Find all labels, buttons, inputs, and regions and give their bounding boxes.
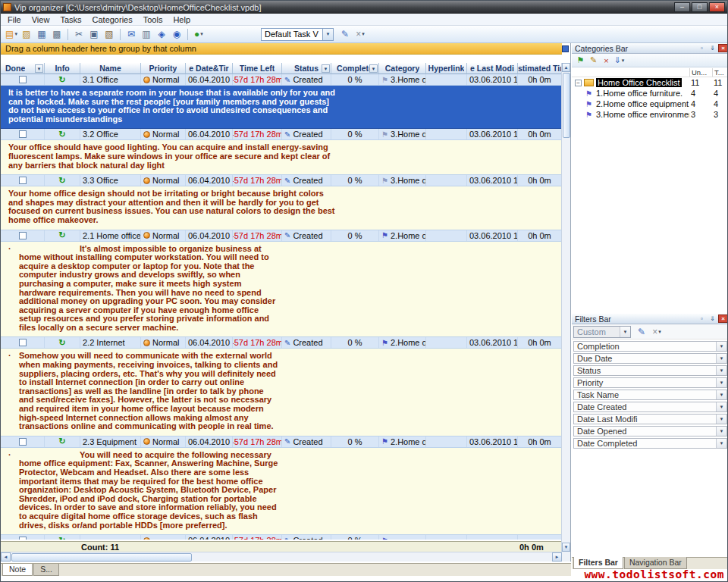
tab-navigation-bar[interactable]: Navigation Bar (624, 557, 687, 569)
dropdown-arrow-icon[interactable]: ▾ (362, 31, 365, 37)
delete-category-icon[interactable]: × (600, 55, 613, 67)
category-tree-item[interactable]: −Home Office Checklist1111 (572, 77, 728, 88)
dropdown-arrow-icon[interactable]: ▾ (14, 31, 17, 37)
filter-dropdown-icon[interactable]: ▼ (322, 64, 330, 73)
task-row[interactable]: ↻2.3 EquipmentNormal06.04.2010-57d 17h 2… (1, 436, 562, 448)
task-note[interactable]: ·You will need to acquire the following … (1, 448, 562, 535)
task-note[interactable]: Your home office design should not be ir… (1, 186, 562, 230)
column-header-priority[interactable]: Priority (141, 63, 186, 74)
column-header-e-last-modi[interactable]: e Last Modi (467, 63, 518, 74)
task-note[interactable]: ·It's almost impossible to organize busi… (1, 242, 562, 338)
menu-item-tools[interactable]: Tools (138, 14, 168, 25)
scroll-up-icon[interactable]: ▲ (562, 63, 570, 72)
edit-views-icon[interactable]: ✎ (338, 27, 352, 41)
filter-dropdown-icon[interactable]: ▼ (716, 390, 726, 399)
menu-item-help[interactable]: Help (168, 14, 196, 25)
scroll-right-icon[interactable]: ► (552, 552, 562, 562)
tab-filters-bar[interactable]: Filters Bar (573, 557, 623, 569)
edit-category-icon[interactable]: ✎ (587, 55, 600, 67)
task-row[interactable]: ↻3.3 OfficeNormal06.04.2010-57d 17h 28m✎… (1, 175, 562, 186)
column-header-done[interactable]: Done▼ (1, 63, 45, 74)
default-task-combo[interactable]: Default Task V ▼ (261, 28, 334, 41)
new-task-icon[interactable]: ▤▾ (5, 27, 18, 41)
column-header-complete[interactable]: Complete▼ (331, 63, 379, 74)
filter-row-date-created[interactable]: Date Created▼ (573, 402, 727, 412)
filter-row-status[interactable]: Status▼ (573, 365, 727, 376)
column-header-time-left[interactable]: Time Left (233, 63, 282, 74)
filter-row-date-completed[interactable]: Date Completed▼ (573, 438, 727, 449)
filter-row-due-date[interactable]: Due Date▼ (573, 353, 727, 364)
open-database-icon[interactable]: ▨ (20, 27, 33, 41)
category-tree-item[interactable]: ⚑2.Home office equipment.44 (572, 99, 728, 109)
tree-column-unfinished[interactable]: Un... (689, 68, 712, 77)
tree-expander-icon[interactable]: − (575, 80, 582, 86)
edit-filter-icon[interactable]: ✎ (635, 325, 648, 339)
filter-row-date-opened[interactable]: Date Opened▼ (573, 426, 727, 436)
done-checkbox[interactable] (19, 76, 27, 83)
done-checkbox[interactable] (19, 438, 27, 446)
category-tree-item[interactable]: ⚑3.Home office environmen33 (572, 109, 728, 120)
filter-dropdown-icon[interactable]: ▼ (716, 439, 726, 448)
customize-columns-button[interactable] (562, 45, 569, 52)
dropdown-arrow-icon[interactable]: ▾ (622, 58, 625, 64)
minimize-button[interactable]: – (674, 2, 690, 12)
panel-float-icon[interactable]: ▫ (697, 314, 707, 323)
horizontal-scrollbar[interactable]: ◄ ► (1, 552, 562, 562)
clear-filter-icon[interactable]: ×▾ (650, 325, 664, 339)
filter-row-date-last-modifi[interactable]: Date Last Modifi▼ (573, 414, 727, 424)
menu-item-file[interactable]: File (2, 14, 27, 25)
filter-row-completion[interactable]: Completion▼ (573, 341, 727, 352)
task-note[interactable]: It is better to have a separate room in … (1, 86, 562, 129)
scroll-left-icon[interactable]: ◄ (1, 552, 11, 562)
tree-column-total[interactable]: T... (712, 68, 728, 77)
web-icon[interactable]: ◉ (170, 27, 184, 41)
column-header-info[interactable]: Info (45, 63, 80, 74)
task-row[interactable]: ↻2.2 InternetNormal06.04.2010-57d 17h 28… (1, 337, 562, 349)
horizontal-scroll-thumb[interactable] (11, 553, 192, 562)
filter-dropdown-icon[interactable]: ▼ (716, 415, 726, 424)
print-icon[interactable]: ▩ (50, 27, 64, 41)
task-row[interactable]: ↻3.2 OfficeNormal06.04.2010-57d 17h 28m✎… (1, 129, 562, 140)
menu-item-categories[interactable]: Categories (87, 14, 138, 25)
filter-dropdown-icon[interactable]: ▼ (716, 366, 726, 375)
filter-dropdown-icon[interactable]: ▼ (716, 342, 726, 351)
new-category-icon[interactable]: ⚑ (574, 55, 587, 67)
filter-dropdown-icon[interactable]: ▼ (369, 64, 378, 73)
vertical-scrollbar[interactable]: ▲ ▼ (561, 63, 570, 552)
menu-item-view[interactable]: View (27, 14, 55, 25)
scroll-down-icon[interactable]: ▼ (562, 543, 570, 552)
column-header-status[interactable]: Status▼ (282, 63, 331, 74)
panel-float-icon[interactable]: ▫ (697, 44, 707, 52)
close-button[interactable]: × (709, 2, 725, 12)
move-category-icon[interactable]: ⇓▾ (613, 55, 626, 67)
save-icon[interactable]: ▦ (35, 27, 49, 41)
column-header-name[interactable]: Name (80, 63, 141, 74)
panel-pin-icon[interactable]: ⇓ (708, 44, 717, 52)
filter-dropdown-icon[interactable]: ▼ (716, 354, 726, 363)
group-by-bar[interactable]: Drag a column header here to group by th… (1, 43, 562, 55)
category-tree-item[interactable]: ⚑1.Home office furniture.44 (572, 88, 728, 99)
dropdown-arrow-icon[interactable]: ▾ (658, 329, 661, 335)
done-checkbox[interactable] (19, 232, 27, 239)
column-header-stimated-time[interactable]: stimated Time (518, 63, 562, 74)
task-row[interactable]: ↻06.04.2010-57d 17h 28m✎Created0 %⚑ (1, 535, 562, 540)
done-checkbox[interactable] (19, 339, 27, 346)
task-row[interactable]: ↻2.1 Home officeNormal06.04.2010-57d 17h… (1, 230, 562, 242)
paste-icon[interactable]: ▧ (102, 27, 116, 41)
task-note[interactable]: Your office should have good lighting. Y… (1, 140, 562, 175)
panel-close-icon[interactable]: × (718, 44, 728, 52)
combo-dropdown-icon[interactable]: ▼ (322, 29, 333, 40)
filter-row-priority[interactable]: Priority▼ (573, 377, 727, 388)
filter-dropdown-icon[interactable]: ▼ (716, 378, 726, 387)
filter-row-task-name[interactable]: Task Name▼ (573, 390, 727, 400)
filter-dropdown-icon[interactable]: ▼ (716, 402, 726, 411)
menu-item-tasks[interactable]: Tasks (55, 14, 86, 25)
copy-icon[interactable]: ▣ (87, 27, 101, 41)
done-checkbox[interactable] (19, 537, 27, 540)
dropdown-arrow-icon[interactable]: ▾ (200, 31, 203, 37)
email-icon[interactable]: ✉ (124, 27, 138, 41)
column-header-category[interactable]: Category (379, 63, 426, 74)
cut-icon[interactable]: ✂ (72, 27, 86, 41)
calculator-icon[interactable]: ▥ (140, 27, 153, 41)
panel-close-icon[interactable]: × (718, 314, 728, 323)
